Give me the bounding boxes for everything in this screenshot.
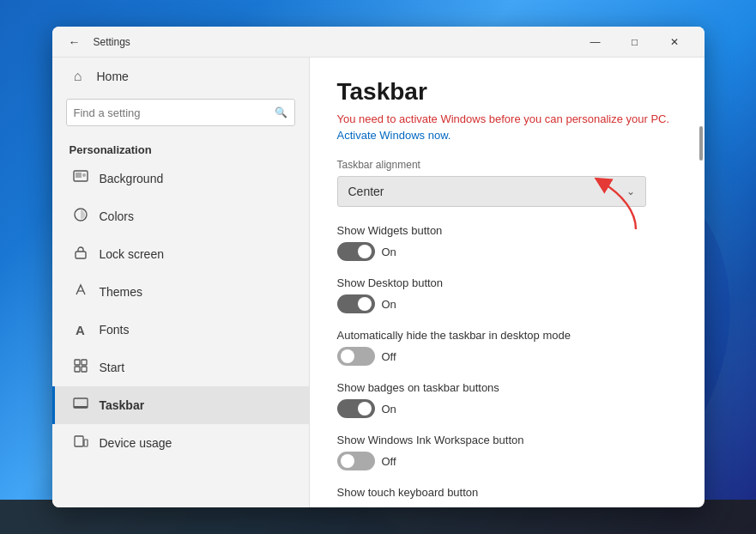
sidebar-item-background[interactable]: Background xyxy=(52,160,309,197)
show-widgets-toggle-container: On xyxy=(337,242,677,261)
show-badges-toggle-container: On xyxy=(337,399,677,418)
sidebar-item-colors[interactable]: Colors xyxy=(52,197,309,235)
home-icon: ⌂ xyxy=(70,69,87,84)
background-label: Background xyxy=(100,172,164,185)
windows-ink-toggle-container: Off xyxy=(337,452,677,470)
touch-keyboard-label: Show touch keyboard button xyxy=(337,486,677,499)
lock-screen-label: Lock screen xyxy=(100,247,164,261)
sidebar-item-taskbar[interactable]: Taskbar xyxy=(52,386,309,424)
sidebar: ⌂ Home 🔍 Personalization Background xyxy=(52,58,310,507)
svg-rect-12 xyxy=(75,436,83,446)
device-usage-icon xyxy=(72,434,89,452)
activation-warning: You need to activate Windows before you … xyxy=(337,112,677,125)
svg-rect-11 xyxy=(74,406,88,408)
start-icon xyxy=(72,358,89,377)
dropdown-value: Center xyxy=(348,185,384,198)
page-title: Taskbar xyxy=(337,78,677,106)
sidebar-section-title: Personalization xyxy=(52,137,309,160)
window-title: Settings xyxy=(94,36,130,48)
settings-window: ← Settings — □ ✕ ⌂ Home 🔍 Personalizatio… xyxy=(52,27,705,507)
lock-screen-icon xyxy=(72,245,89,264)
taskbar-icon xyxy=(72,396,89,415)
windows-ink-state: Off xyxy=(382,455,396,468)
show-desktop-state: On xyxy=(382,298,396,311)
show-desktop-toggle-container: On xyxy=(337,294,677,313)
sidebar-item-lock-screen[interactable]: Lock screen xyxy=(52,235,309,273)
show-badges-label: Show badges on taskbar buttons xyxy=(337,381,677,394)
search-icon: 🔍 xyxy=(275,106,287,118)
window-controls: — □ ✕ xyxy=(576,27,694,58)
svg-rect-9 xyxy=(82,367,87,372)
svg-rect-6 xyxy=(75,360,80,365)
auto-hide-label: Automatically hide the taskbar in deskto… xyxy=(337,329,677,342)
maximize-button[interactable]: □ xyxy=(615,27,655,58)
auto-hide-row: Automatically hide the taskbar in deskto… xyxy=(337,329,677,366)
show-badges-row: Show badges on taskbar buttons On xyxy=(337,381,677,418)
show-widgets-label: Show Widgets button xyxy=(337,224,677,237)
taskbar-alignment-group: Taskbar alignment Center ⌄ xyxy=(337,159,677,207)
windows-ink-label: Show Windows Ink Workspace button xyxy=(337,434,677,446)
content-area: Taskbar You need to activate Windows bef… xyxy=(310,58,705,507)
show-desktop-toggle[interactable] xyxy=(337,294,375,313)
colors-icon xyxy=(72,207,89,226)
svg-point-2 xyxy=(82,173,86,177)
show-desktop-label: Show Desktop button xyxy=(337,276,677,289)
fonts-icon: A xyxy=(72,323,89,337)
show-badges-state: On xyxy=(382,403,396,416)
title-bar: ← Settings — □ ✕ xyxy=(52,27,705,58)
svg-rect-7 xyxy=(82,360,87,365)
taskbar-alignment-label: Taskbar alignment xyxy=(337,159,677,171)
show-widgets-state: On xyxy=(382,246,396,258)
show-widgets-row: Show Widgets button On xyxy=(337,224,677,261)
svg-rect-4 xyxy=(76,252,86,258)
windows-ink-toggle[interactable] xyxy=(337,452,375,470)
auto-hide-toggle[interactable] xyxy=(337,347,375,366)
fonts-label: Fonts xyxy=(100,323,130,337)
activation-link[interactable]: Activate Windows now. xyxy=(337,129,677,142)
windows-ink-row: Show Windows Ink Workspace button Off xyxy=(337,434,677,470)
svg-rect-13 xyxy=(84,440,88,446)
minimize-button[interactable]: — xyxy=(576,27,615,58)
colors-label: Colors xyxy=(100,209,134,223)
auto-hide-toggle-container: Off xyxy=(337,347,677,366)
taskbar-label: Taskbar xyxy=(100,398,145,412)
sidebar-item-fonts[interactable]: A Fonts xyxy=(52,311,309,349)
search-box[interactable]: 🔍 xyxy=(66,99,295,126)
svg-rect-1 xyxy=(76,173,82,178)
background-icon xyxy=(72,169,89,188)
taskbar-alignment-dropdown[interactable]: Center ⌄ xyxy=(337,176,646,207)
auto-hide-state: Off xyxy=(382,350,396,363)
show-widgets-toggle[interactable] xyxy=(337,242,375,261)
back-button[interactable]: ← xyxy=(63,30,87,54)
search-input[interactable] xyxy=(74,106,275,119)
sidebar-item-home[interactable]: ⌂ Home xyxy=(52,58,309,95)
show-desktop-row: Show Desktop button On xyxy=(337,276,677,313)
home-label: Home xyxy=(97,70,129,83)
sidebar-item-themes[interactable]: Themes xyxy=(52,273,309,311)
close-button[interactable]: ✕ xyxy=(655,27,694,58)
scroll-indicator xyxy=(699,126,703,161)
window-body: ⌂ Home 🔍 Personalization Background xyxy=(52,58,705,507)
sidebar-item-device-usage[interactable]: Device usage xyxy=(52,424,309,462)
svg-rect-8 xyxy=(75,367,80,372)
show-badges-toggle[interactable] xyxy=(337,399,375,418)
themes-label: Themes xyxy=(100,285,143,299)
chevron-down-icon: ⌄ xyxy=(626,185,635,197)
themes-icon xyxy=(72,282,89,301)
device-usage-label: Device usage xyxy=(100,436,172,450)
sidebar-item-start[interactable]: Start xyxy=(52,349,309,386)
start-label: Start xyxy=(100,361,125,374)
touch-keyboard-row: Show touch keyboard button xyxy=(337,486,677,499)
